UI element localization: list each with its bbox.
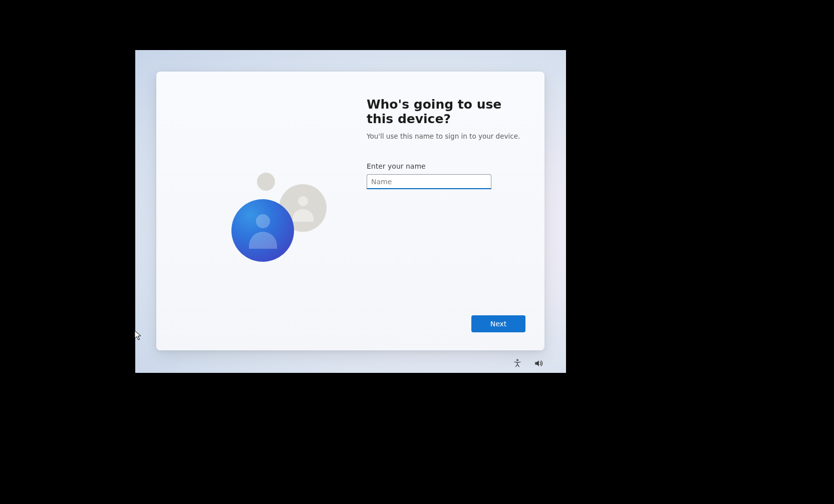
form-pane: Who's going to use this device? You'll u… (367, 97, 524, 337)
system-tray (512, 358, 543, 368)
page-title: Who's going to use this device? (367, 97, 524, 126)
name-input-label: Enter your name (367, 162, 524, 170)
decorative-dot (257, 173, 275, 191)
oobe-desktop: Who's going to use this device? You'll u… (135, 50, 566, 373)
next-button[interactable]: Next (471, 315, 525, 332)
page-subtext: You'll use this name to sign in to your … (367, 132, 524, 140)
name-input[interactable] (367, 174, 491, 189)
illustration-pane (176, 97, 367, 337)
accessibility-icon[interactable] (512, 358, 522, 368)
svg-point-0 (517, 359, 518, 361)
setup-card: Who's going to use this device? You'll u… (156, 72, 544, 350)
user-illustration (206, 172, 327, 282)
volume-icon[interactable] (533, 358, 543, 368)
blue-user-avatar-icon (231, 199, 294, 262)
